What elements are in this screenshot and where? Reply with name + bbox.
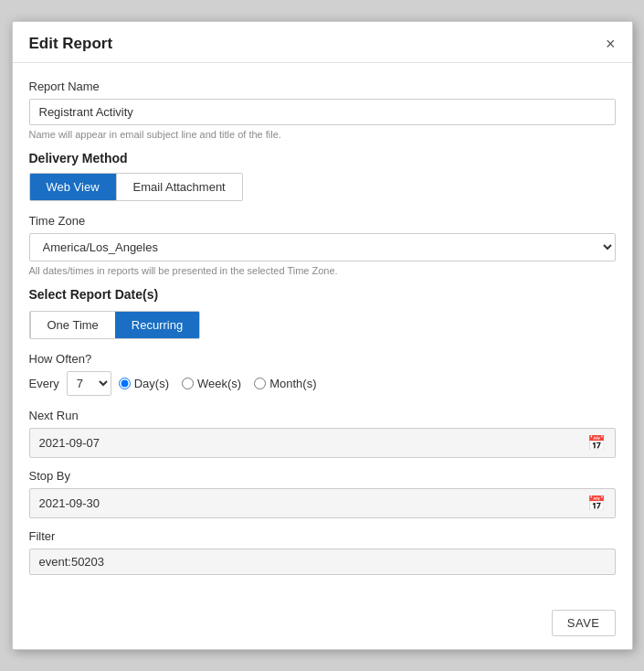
report-name-section: Report Name Name will appear in email su… xyxy=(29,80,616,140)
stop-by-label: Stop By xyxy=(29,469,616,483)
delivery-method-label: Delivery Method xyxy=(29,151,616,165)
radio-months-input[interactable] xyxy=(254,378,266,389)
time-zone-helper: All dates/times in reports will be prese… xyxy=(29,265,616,276)
stop-by-input-row: 📅 xyxy=(29,488,616,518)
every-label: Every xyxy=(29,377,59,390)
radio-weeks-input[interactable] xyxy=(182,378,194,389)
report-name-helper: Name will appear in email subject line a… xyxy=(29,129,616,140)
report-name-label: Report Name xyxy=(29,80,616,93)
next-run-calendar-icon[interactable]: 📅 xyxy=(587,434,606,452)
tab-web-view[interactable]: Web View xyxy=(30,174,116,200)
filter-label: Filter xyxy=(29,529,616,543)
radio-days[interactable]: Day(s) xyxy=(119,377,169,390)
next-run-section: Next Run 📅 xyxy=(29,409,616,458)
radio-months[interactable]: Month(s) xyxy=(254,377,316,390)
tab-one-time[interactable]: One Time xyxy=(30,312,115,338)
modal-title: Edit Report xyxy=(29,35,113,53)
report-dates-label: Select Report Date(s) xyxy=(29,287,616,302)
how-often-section: How Often? Every 1 2 3 4 5 6 7 14 30 xyxy=(29,352,616,396)
report-dates-section: Select Report Date(s) One Time Recurring xyxy=(29,287,616,339)
next-run-input[interactable] xyxy=(39,436,587,450)
radio-days-input[interactable] xyxy=(119,378,131,389)
radio-weeks[interactable]: Week(s) xyxy=(182,377,241,390)
stop-by-calendar-icon[interactable]: 📅 xyxy=(587,495,606,512)
next-run-label: Next Run xyxy=(29,409,616,422)
report-name-input[interactable] xyxy=(29,99,616,125)
tab-recurring[interactable]: Recurring xyxy=(115,312,199,338)
next-run-input-row: 📅 xyxy=(29,428,616,458)
stop-by-input[interactable] xyxy=(39,496,587,510)
frequency-radio-group: Day(s) Week(s) Month(s) xyxy=(119,377,317,390)
tab-email-attachment[interactable]: Email Attachment xyxy=(116,174,242,200)
delivery-method-section: Delivery Method Web View Email Attachmen… xyxy=(29,151,616,201)
time-zone-select[interactable]: America/Los_Angeles America/New_York Ame… xyxy=(29,233,616,261)
save-button[interactable]: SAVE xyxy=(552,610,616,636)
modal-footer: SAVE xyxy=(13,599,632,649)
edit-report-modal: Edit Report × Report Name Name will appe… xyxy=(12,21,633,650)
delivery-method-tabs: Web View Email Attachment xyxy=(29,173,243,201)
report-date-tabs: One Time Recurring xyxy=(29,311,201,339)
filter-section: Filter xyxy=(29,529,616,575)
every-number-select[interactable]: 1 2 3 4 5 6 7 14 30 xyxy=(67,371,111,396)
time-zone-label: Time Zone xyxy=(29,214,616,228)
stop-by-section: Stop By 📅 xyxy=(29,469,616,518)
time-zone-section: Time Zone America/Los_Angeles America/Ne… xyxy=(29,214,616,276)
filter-input[interactable] xyxy=(29,549,616,575)
close-button[interactable]: × xyxy=(606,36,616,52)
how-often-label: How Often? xyxy=(29,352,616,366)
modal-body: Report Name Name will appear in email su… xyxy=(13,63,632,599)
how-often-row: Every 1 2 3 4 5 6 7 14 30 Day(s xyxy=(29,371,616,396)
modal-header: Edit Report × xyxy=(13,22,632,63)
